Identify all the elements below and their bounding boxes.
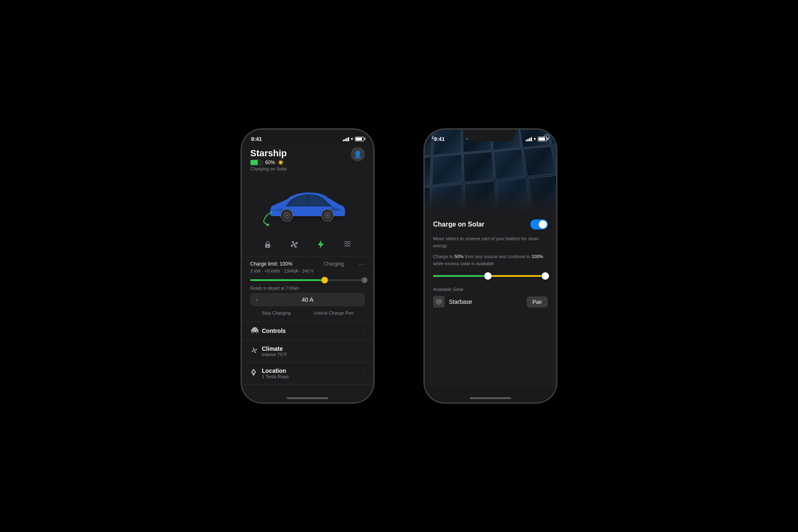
slider-green-fill	[433, 275, 488, 277]
slider-thumb-50[interactable]	[484, 272, 492, 280]
slider-track	[250, 279, 365, 281]
toggle-thumb	[539, 220, 547, 229]
status-bar-phone2: 9:41 ▾	[425, 130, 556, 145]
desc-mid: from any source and continue to	[463, 254, 531, 259]
climate-control[interactable]	[339, 236, 356, 253]
slider-thumb-end	[362, 277, 367, 283]
phone1-frame: 9:41 ▾ Starship 60% ☀️	[241, 129, 374, 403]
solar-description-1: Move sliders to reserve part of your bat…	[433, 235, 548, 249]
charge-on-solar-toggle[interactable]	[530, 219, 548, 229]
wifi-icon2: ▾	[534, 136, 536, 142]
slider-thumb-active[interactable]	[321, 277, 328, 283]
svg-point-10	[267, 246, 268, 247]
charge-limit-slider[interactable]	[250, 276, 365, 284]
controls-content: Controls	[262, 328, 363, 334]
signal-icon	[343, 137, 349, 141]
unlock-charge-port-button[interactable]: Unlock Charge Port	[314, 310, 354, 315]
svg-point-8	[266, 224, 269, 226]
location-subtitle: 1 Tesla Road	[262, 374, 363, 379]
slider-fill	[250, 279, 325, 281]
climate-title: Climate	[262, 345, 363, 352]
fan-control[interactable]	[286, 236, 303, 253]
charge-limit-title: Charge limit: 100%	[250, 261, 292, 267]
charge-action-row: Stop Charging Unlock Charge Port	[250, 310, 365, 319]
climate-list-icon	[250, 346, 262, 356]
profile-icon: 👤	[354, 150, 362, 158]
location-list-icon	[250, 368, 262, 378]
charging-label: Charging on Solar	[250, 166, 365, 171]
status-icons2: ▾	[526, 136, 547, 142]
solar-source-name: Starbase	[449, 298, 472, 305]
available-solar-label: Available Solar	[433, 287, 548, 292]
svg-point-11	[293, 244, 296, 246]
solar-slider[interactable]	[433, 271, 548, 281]
solar-description-2: Charge to 50% from any source and contin…	[433, 253, 548, 267]
desc-end: while excess solar is available	[433, 261, 494, 266]
phone2-frame: 9:41 ▾	[424, 129, 557, 403]
home-indicator	[287, 397, 328, 399]
battery-icon	[355, 137, 364, 141]
svg-point-4	[286, 214, 288, 217]
slider-thumb-100[interactable]	[542, 272, 549, 280]
profile-button[interactable]: 👤	[351, 147, 365, 161]
status-time: 9:41	[251, 136, 262, 142]
battery-row: 60% ☀️	[250, 160, 365, 165]
climate-list-item[interactable]: Climate Interior 75°F ›	[242, 340, 373, 362]
home-indicator2	[470, 397, 511, 399]
lock-icon	[264, 240, 272, 249]
battery-percent: 60%	[265, 160, 275, 165]
hero-gradient	[425, 188, 556, 213]
amps-control-row: ‹ 40 A ›	[250, 293, 365, 306]
controls-title: Controls	[262, 328, 363, 334]
svg-point-13	[256, 331, 258, 333]
lightning-icon	[317, 240, 325, 249]
sun-icon: ☀️	[278, 160, 284, 165]
climate-subtitle: Interior 75°F	[262, 352, 363, 357]
status-icons: ▾	[343, 136, 364, 142]
car-image	[242, 175, 373, 233]
phone1-screen: Starship 60% ☀️ Charging on Solar 👤	[242, 145, 373, 403]
car-list-icon	[250, 327, 262, 335]
charge-header: Charge limit: 100% · Charging ···	[250, 261, 365, 267]
amps-decrease[interactable]: ‹	[256, 296, 258, 303]
svg-point-7	[326, 214, 329, 217]
location-title: Location	[262, 367, 363, 374]
pair-button[interactable]: Pair	[527, 296, 548, 308]
climate-chevron: ›	[363, 348, 365, 355]
charge-stats: 3 kW · +9 kWh · 13/40A · 240 V	[250, 268, 365, 273]
car-svg	[262, 181, 353, 227]
status-time2: 9:41	[434, 136, 445, 142]
charge-on-solar-row: Charge on Solar	[433, 219, 548, 229]
battery-bar	[250, 160, 263, 165]
charge-control[interactable]	[313, 236, 329, 253]
battery-icon2	[538, 137, 547, 141]
stop-charging-button[interactable]: Stop Charging	[261, 310, 291, 315]
solar-item-left: Starbase	[433, 296, 472, 308]
desc-100-highlight: 100%	[532, 254, 543, 259]
notch	[283, 130, 332, 141]
starbase-solar-item: Starbase Pair	[433, 296, 548, 308]
charging-status: Charging	[324, 261, 344, 267]
climate-icon	[343, 240, 352, 249]
depart-time: Ready to depart at 7:00am	[250, 286, 365, 291]
location-list-item[interactable]: Location 1 Tesla Road ›	[242, 362, 373, 384]
desc-50-highlight: 50%	[454, 254, 463, 259]
charge-info-section: Charge limit: 100% · Charging ··· 3 kW ·…	[242, 256, 373, 322]
fan-list-icon	[250, 346, 259, 355]
more-options-dots[interactable]: ···	[359, 261, 365, 267]
svg-point-12	[252, 331, 254, 333]
lock-control[interactable]	[259, 236, 276, 253]
location-content: Location 1 Tesla Road	[262, 367, 363, 379]
controls-chevron: ›	[363, 328, 365, 334]
amps-value: 40 A	[302, 296, 313, 303]
fan-icon	[290, 240, 299, 249]
desc-charge-to: Charge to	[433, 254, 454, 259]
solar-source-icon	[433, 296, 445, 308]
quick-controls-row	[242, 233, 373, 256]
controls-list-item[interactable]: Controls ›	[242, 322, 373, 340]
location-icon	[250, 368, 257, 377]
svg-point-14	[254, 350, 255, 351]
solar-panel-icon	[436, 299, 442, 305]
wifi-icon: ▾	[351, 136, 353, 142]
car-icon	[250, 327, 259, 333]
